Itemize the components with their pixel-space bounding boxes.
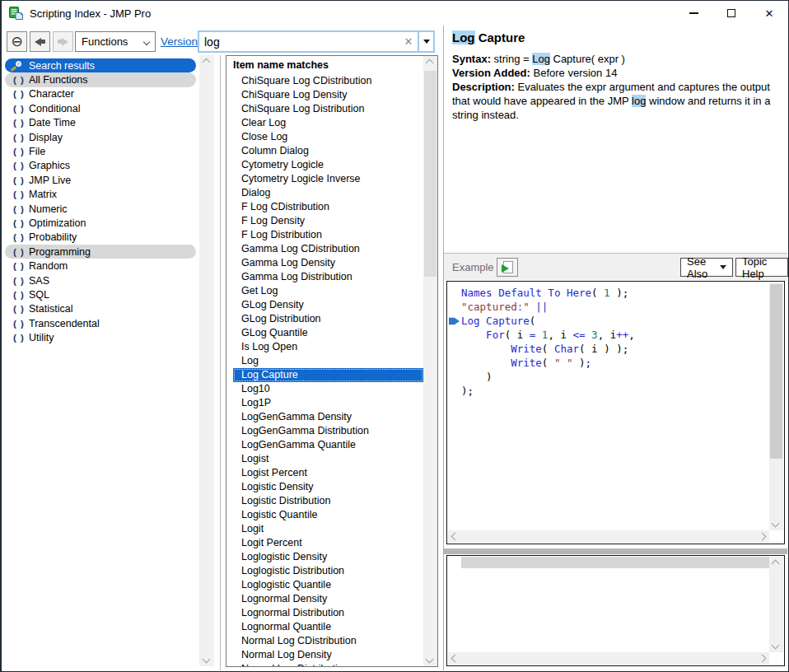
- code-editor[interactable]: Names Default To Here( 1 );"captured:" |…: [446, 281, 785, 544]
- list-item[interactable]: Loglogistic Density: [233, 550, 423, 564]
- list-item[interactable]: Logistic Quantile: [233, 508, 423, 522]
- code-token: ( i: [505, 329, 530, 341]
- list-item[interactable]: Gamma Log CDistribution: [233, 242, 423, 256]
- list-item[interactable]: Logist Percent: [233, 466, 423, 480]
- list-item[interactable]: Lognormal Distribution: [233, 606, 423, 620]
- list-item[interactable]: Log1P: [233, 396, 423, 410]
- list-scrollbar[interactable]: [423, 56, 437, 666]
- sidebar-item-display[interactable]: ( )Display: [5, 130, 196, 144]
- list-item[interactable]: Logit Percent: [233, 536, 423, 550]
- sidebar-item-graphics[interactable]: ( )Graphics: [5, 159, 196, 173]
- scroll-up-icon: [772, 560, 780, 568]
- list-item[interactable]: Log: [233, 354, 423, 368]
- list-item[interactable]: Loglogistic Distribution: [233, 564, 423, 578]
- sidebar-item-programming[interactable]: ( )Programming: [5, 245, 196, 259]
- scrollbar-thumb[interactable]: [770, 284, 782, 459]
- sidebar-scrollbar[interactable]: [199, 55, 214, 666]
- panel-divider: [220, 55, 221, 670]
- list-item[interactable]: Logit: [233, 522, 423, 536]
- list-item[interactable]: Gamma Log Distribution: [233, 270, 423, 284]
- output-horizontal-scrollbar[interactable]: [448, 652, 769, 665]
- sidebar-item-character[interactable]: ( )Character: [5, 87, 196, 101]
- list-item[interactable]: LogGenGamma Distribution: [233, 424, 423, 438]
- list-item[interactable]: Cytometry Logicle: [233, 158, 423, 172]
- sidebar-item-label: Date Time: [29, 117, 76, 128]
- forward-button[interactable]: [53, 31, 73, 52]
- sidebar-item-transcendental[interactable]: ( )Transcendental: [5, 316, 196, 330]
- back-button[interactable]: [30, 31, 50, 52]
- titlebar: Scripting Index - JMP Pro ✕: [2, 1, 788, 26]
- minimize-button[interactable]: [675, 1, 712, 26]
- sidebar-item-numeric[interactable]: ( )Numeric: [5, 202, 196, 216]
- list-item[interactable]: Logistic Distribution: [233, 494, 423, 508]
- list-item[interactable]: F Log CDistribution: [233, 200, 423, 214]
- list-item[interactable]: LogGenGamma Density: [233, 410, 423, 424]
- close-button[interactable]: ✕: [750, 1, 788, 26]
- code-lines: Names Default To Here( 1 );"captured:" |…: [449, 286, 768, 530]
- scrollbar-thumb[interactable]: [424, 71, 437, 277]
- list-item[interactable]: F Log Distribution: [233, 228, 423, 242]
- sidebar-item-utility[interactable]: ( )Utility: [5, 330, 196, 344]
- list-item[interactable]: Is Log Open: [233, 340, 423, 354]
- list-item[interactable]: LogGenGamma Quantile: [233, 438, 423, 452]
- sidebar-item-file[interactable]: ( )File: [5, 144, 196, 158]
- maximize-button[interactable]: [712, 1, 750, 26]
- sidebar-item-optimization[interactable]: ( )Optimization: [5, 216, 196, 230]
- sidebar-item-probability[interactable]: ( )Probability: [5, 231, 196, 245]
- list-item[interactable]: Cytometry Logicle Inverse: [233, 172, 423, 186]
- horizontal-splitter[interactable]: [444, 548, 787, 554]
- output-vertical-scrollbar[interactable]: [769, 557, 783, 652]
- list-item[interactable]: GLog Density: [233, 298, 423, 312]
- sidebar-item-statistical[interactable]: ( )Statistical: [5, 302, 196, 316]
- list-item[interactable]: GLog Distribution: [233, 312, 423, 326]
- list-item[interactable]: Column Dialog: [233, 144, 423, 158]
- run-example-button[interactable]: [497, 258, 518, 277]
- magnifier-handle: [11, 66, 16, 71]
- list-item[interactable]: GLog Quantile: [233, 326, 423, 340]
- parentheses-icon: ( ): [9, 247, 29, 257]
- sidebar-item-sql[interactable]: ( )SQL: [5, 287, 196, 301]
- list-item[interactable]: Normal Log CDistribution: [233, 634, 423, 648]
- see-also-dropdown[interactable]: See Also: [680, 258, 733, 277]
- list-item[interactable]: F Log Density: [233, 214, 423, 228]
- list-item[interactable]: ChiSquare Log Density: [233, 88, 423, 102]
- editor-vertical-scrollbar[interactable]: [769, 282, 783, 530]
- sidebar-item-jmp-live[interactable]: ( )JMP Live: [5, 173, 196, 187]
- list-item[interactable]: Close Log: [233, 130, 423, 144]
- list-item[interactable]: Log10: [233, 382, 423, 396]
- sidebar-item-random[interactable]: ( )Random: [5, 259, 196, 273]
- list-item[interactable]: ChiSquare Log CDistribution: [233, 74, 423, 88]
- sidebar-item-search-results[interactable]: Search results: [5, 58, 196, 72]
- category-dropdown[interactable]: Functions: [75, 31, 156, 52]
- scroll-right-icon: [759, 655, 767, 663]
- list-item[interactable]: Loglogistic Quantile: [233, 578, 423, 592]
- list-item[interactable]: Log Capture: [233, 368, 423, 382]
- list-item[interactable]: Clear Log: [233, 116, 423, 130]
- search-history-dropdown[interactable]: [418, 32, 433, 51]
- list-item[interactable]: Normal Log Density: [233, 648, 423, 662]
- list-item[interactable]: Logist: [233, 452, 423, 466]
- example-label: Example: [452, 261, 494, 273]
- output-panel[interactable]: [446, 555, 785, 666]
- sidebar-item-all-functions[interactable]: ( )All Functions: [5, 72, 196, 86]
- list-item[interactable]: Lognormal Density: [233, 592, 423, 606]
- list-item[interactable]: Logistic Density: [233, 480, 423, 494]
- collapse-button[interactable]: ⊖: [7, 31, 27, 52]
- list-item[interactable]: Normal Log Distribution: [233, 662, 423, 666]
- editor-horizontal-scrollbar[interactable]: [448, 530, 769, 543]
- list-item[interactable]: ChiSquare Log Distribution: [233, 102, 423, 116]
- sidebar-item-conditional[interactable]: ( )Conditional: [5, 101, 196, 115]
- sidebar-item-sas[interactable]: ( )SAS: [5, 273, 196, 287]
- list-item[interactable]: Get Log: [233, 284, 423, 298]
- clear-search-icon[interactable]: ✕: [399, 32, 418, 51]
- sidebar-item-date-time[interactable]: ( )Date Time: [5, 116, 196, 130]
- scroll-left-icon: [451, 655, 460, 663]
- search-input[interactable]: [199, 32, 399, 51]
- sidebar-item-matrix[interactable]: ( )Matrix: [5, 188, 196, 202]
- list-item[interactable]: Dialog: [233, 186, 423, 200]
- list-item[interactable]: Gamma Log Density: [233, 256, 423, 270]
- list-item[interactable]: Lognormal Quantile: [233, 620, 423, 634]
- topic-help-button[interactable]: Topic Help: [735, 258, 788, 277]
- sidebar-item-label: Utility: [29, 332, 54, 343]
- version-link[interactable]: Version: [161, 35, 198, 48]
